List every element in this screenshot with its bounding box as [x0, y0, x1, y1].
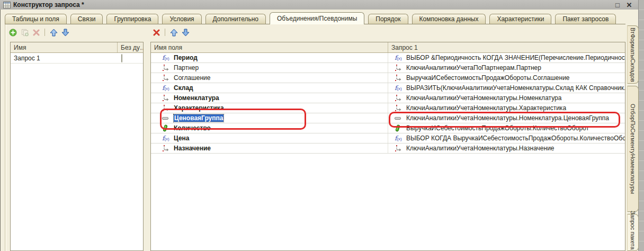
queries-table: Имя Без ду… Запрос 1	[10, 42, 144, 251]
column-header-query1[interactable]: Запрос 1	[388, 42, 625, 52]
field-name-cell[interactable]: Назначение	[151, 144, 388, 153]
field-expression: КлючиАналитикиУчетаНоменклатуры.Характер…	[406, 104, 566, 112]
field-row-5[interactable]: Номенклатура КлючиАналитикиУчетаНоменкла…	[151, 93, 625, 103]
side-tab-3[interactable]: Запрос пакета 3	[627, 214, 639, 251]
delete-field-button[interactable]	[151, 28, 161, 37]
move-field-up-button[interactable]	[169, 28, 178, 37]
attribute-icon	[162, 104, 174, 112]
field-row-3[interactable]: Соглашение ВыручкаИСебестоимостьПродажОб…	[151, 73, 625, 83]
attribute-icon	[395, 94, 406, 102]
field-name[interactable]: Соглашение	[174, 74, 210, 82]
field-expression: ВЫРАЗИТЬ(КлючиАналитикиУчетаНоменклатуры…	[406, 84, 625, 92]
fields-table-body: f(x)Периодf(x)ВЫБОР &Периодичность КОГДА…	[151, 53, 625, 154]
field-value-cell[interactable]: f(x)ВЫБОР &Периодичность КОГДА ЗНАЧЕНИЕ(…	[388, 53, 625, 62]
move-query-up-button[interactable]	[49, 28, 58, 37]
tab-7[interactable]: Порядок	[368, 14, 408, 24]
field-expression: КлючиАналитикиУчетаПоПартнерам.Партнер	[406, 64, 541, 71]
query-constructor-window: Конструктор запроса * □ ✕ Таблицы и поля…	[0, 0, 644, 251]
tab-5[interactable]: Дополнительно	[205, 14, 266, 24]
arrow-up-icon	[50, 29, 58, 37]
field-name-cell[interactable]: Номенклатура	[151, 93, 388, 103]
field-name[interactable]: Количество	[174, 124, 211, 132]
field-row-1[interactable]: f(x)Периодf(x)ВЫБОР &Периодичность КОГДА…	[151, 53, 625, 63]
move-query-down-button[interactable]	[60, 28, 70, 37]
resource-icon	[162, 124, 174, 132]
function-icon: f(x)	[395, 85, 406, 91]
no-duplicates-checkbox[interactable]	[121, 54, 122, 62]
move-field-down-button[interactable]	[181, 28, 190, 37]
function-icon: f(x)	[162, 85, 174, 91]
field-name-editing[interactable]: ЦеноваяГруппа	[174, 114, 223, 122]
field-row-2[interactable]: Партнер КлючиАналитикиУчетаПоПартнерам.П…	[151, 63, 625, 73]
attribute-icon	[162, 94, 174, 102]
field-row-9[interactable]: f(x)Ценаf(x)ВЫБОР КОГДА ВыручкаИСебестои…	[151, 133, 625, 144]
copy-icon	[21, 29, 29, 37]
maximize-button[interactable]: □	[612, 1, 623, 9]
resource-icon	[395, 124, 406, 132]
field-name-cell[interactable]: Количество	[151, 123, 388, 133]
field-name-cell[interactable]: f(x)Склад	[151, 83, 388, 93]
column-header-name[interactable]: Имя	[11, 42, 117, 52]
field-name-cell[interactable]: f(x)Цена	[151, 133, 388, 143]
field-name[interactable]: Цена	[174, 135, 190, 142]
side-tab-2[interactable]: ОтборПоСегментуНоменклатуры	[627, 86, 639, 212]
field-value-cell[interactable]: КлючиАналитикиУчетаНоменклатуры.Номенкла…	[388, 93, 625, 103]
column-header-field-name[interactable]: Имя поля	[151, 42, 388, 52]
field-name-cell[interactable]: f(x)Период	[151, 53, 388, 62]
delete-query-button	[31, 28, 41, 37]
query-row[interactable]: Запрос 1	[11, 53, 143, 64]
window-title: Конструктор запроса *	[13, 1, 612, 8]
attribute-icon	[395, 64, 406, 71]
attribute-icon	[162, 145, 174, 152]
field-name[interactable]: Период	[174, 54, 198, 61]
tab-6[interactable]: Объединения/Псевдонимы	[270, 12, 364, 24]
field-value-cell[interactable]: КлючиАналитикиУчетаНоменклатуры.Номенкла…	[388, 113, 625, 123]
field-row-8[interactable]: Количество ВыручкаИСебестоимостьПродажОб…	[151, 123, 625, 133]
fields-toolbar	[151, 27, 190, 38]
delete-cross-icon	[153, 29, 160, 36]
side-tab-1[interactable]: ВтФорматыСкладов	[627, 25, 639, 84]
tab-1[interactable]: Таблицы и поля	[5, 14, 67, 24]
field-expression: КлючиАналитикиУчетаНоменклатуры.Назначен…	[406, 145, 554, 152]
field-name[interactable]: Назначение	[174, 145, 211, 152]
tab-2[interactable]: Связи	[70, 14, 103, 24]
field-name[interactable]: Склад	[174, 84, 193, 92]
attribute-icon	[395, 74, 406, 82]
field-value-cell[interactable]: ВыручкаИСебестоимостьПродажОбороты.Согла…	[388, 73, 625, 83]
field-row-6[interactable]: Характеристика КлючиАналитикиУчетаНоменк…	[151, 103, 625, 113]
tab-4[interactable]: Условия	[162, 14, 201, 24]
tab-9[interactable]: Характеристики	[489, 14, 551, 24]
function-icon: f(x)	[395, 55, 406, 61]
field-value-cell[interactable]: ВыручкаИСебестоимостьПродажОбороты.Колич…	[388, 123, 625, 133]
field-value-cell[interactable]: f(x)ВЫРАЗИТЬ(КлючиАналитикиУчетаНоменкла…	[388, 83, 625, 93]
field-name[interactable]: Характеристика	[174, 104, 224, 112]
field-value-cell[interactable]: КлючиАналитикиУчетаНоменклатуры.Назначен…	[388, 144, 625, 153]
add-query-button[interactable]	[8, 28, 17, 37]
field-expression: КлючиАналитикиУчетаНоменклатуры.Номенкла…	[406, 114, 609, 122]
tab-10[interactable]: Пакет запросов	[555, 14, 616, 24]
column-header-no-duplicates[interactable]: Без ду…	[117, 42, 143, 52]
tab-8[interactable]: Компоновка данных	[412, 14, 486, 24]
field-name-cell[interactable]: ЦеноваяГруппа	[151, 113, 388, 123]
field-name[interactable]: Номенклатура	[174, 94, 219, 102]
field-value-cell[interactable]: КлючиАналитикиУчетаНоменклатуры.Характер…	[388, 103, 625, 113]
top-tab-strip: Таблицы и поляСвязиГруппировкаУсловияДоп…	[5, 12, 625, 24]
tab-3[interactable]: Группировка	[106, 14, 158, 24]
field-value-cell[interactable]: КлючиАналитикиУчетаПоПартнерам.Партнер	[388, 63, 625, 73]
query-name[interactable]: Запрос 1	[11, 55, 117, 62]
field-name[interactable]: Партнер	[174, 64, 199, 71]
field-row-7[interactable]: ЦеноваяГруппаКлючиАналитикиУчетаНоменкла…	[151, 113, 625, 123]
field-row-4[interactable]: f(x)Складf(x)ВЫРАЗИТЬ(КлючиАналитикиУчет…	[151, 83, 625, 93]
field-value-cell[interactable]: f(x)ВЫБОР КОГДА ВыручкаИСебестоимостьПро…	[388, 133, 625, 143]
attribute-icon	[162, 64, 174, 71]
toolbar-separator	[44, 29, 45, 36]
field-name-cell[interactable]: Характеристика	[151, 103, 388, 113]
field-name-cell[interactable]: Соглашение	[151, 73, 388, 83]
field-name-cell[interactable]: Партнер	[151, 63, 388, 73]
function-icon: f(x)	[395, 135, 406, 141]
field-expression: ВыручкаИСебестоимостьПродажОбороты.Согла…	[406, 74, 570, 82]
field-row-10[interactable]: Назначение КлючиАналитикиУчетаНоменклату…	[151, 144, 625, 154]
equals-icon	[162, 117, 174, 120]
toolbar-separator	[165, 29, 165, 36]
close-button[interactable]: ✕	[623, 1, 635, 9]
